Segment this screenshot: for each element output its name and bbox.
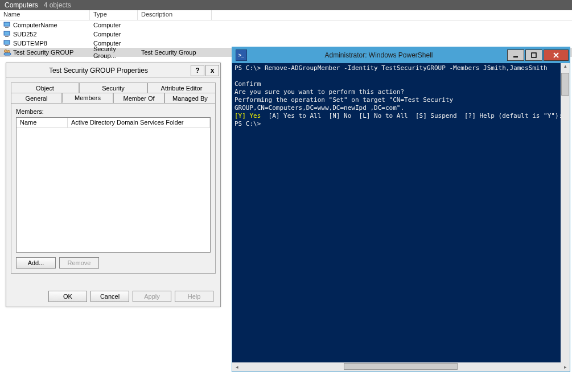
app-title-bar: Computers 4 objects (0, 0, 572, 10)
remove-button: Remove (59, 257, 99, 269)
tab-members[interactable]: Members (62, 93, 113, 103)
svg-rect-4 (4, 40, 10, 44)
scroll-thumb-v[interactable] (561, 73, 569, 96)
dialog-titlebar: Test Security GROUP Properties ? x (6, 63, 220, 78)
members-column-folder[interactable]: Active Directory Domain Services Folder (68, 118, 210, 127)
powershell-window: >_ Administrator: Windows PowerShell PS … (232, 47, 570, 372)
ok-button[interactable]: OK (48, 291, 87, 302)
row-name: SUDTEMP8 (13, 40, 47, 47)
list-header: Name Type Description (0, 10, 572, 20)
cancel-button[interactable]: Cancel (90, 291, 129, 302)
vertical-scrollbar[interactable]: ▴ (561, 63, 570, 362)
add-button[interactable]: Add... (16, 257, 56, 269)
dialog-tabs: ObjectSecurityAttribute Editor GeneralMe… (6, 78, 220, 103)
svg-rect-1 (5, 27, 9, 28)
row-desc: Test Security Group (138, 49, 212, 56)
column-name[interactable]: Name (0, 10, 90, 20)
column-type[interactable]: Type (90, 10, 138, 20)
tab-managed-by[interactable]: Managed By (164, 93, 216, 103)
maximize-button[interactable] (525, 49, 542, 61)
minimize-button[interactable] (507, 49, 524, 61)
scroll-thumb-h[interactable] (344, 363, 458, 370)
scroll-right-arrow[interactable]: ▸ (561, 364, 570, 370)
row-name: ComputerName (13, 22, 57, 28)
powershell-titlebar[interactable]: >_ Administrator: Windows PowerShell (232, 47, 570, 63)
scroll-left-arrow[interactable]: ◂ (232, 364, 241, 370)
object-count: 4 objects (44, 1, 71, 9)
dialog-title: Test Security GROUP Properties (6, 67, 191, 75)
tab-attribute-editor[interactable]: Attribute Editor (147, 82, 216, 93)
members-label: Members: (16, 108, 211, 115)
tab-general[interactable]: General (11, 93, 62, 103)
apply-button: Apply (133, 291, 171, 302)
row-type: Computer (90, 22, 138, 28)
row-name: SUD252 (13, 31, 37, 38)
computer-icon (3, 31, 11, 38)
close-button[interactable] (544, 49, 569, 61)
members-column-name[interactable]: Name (17, 118, 68, 127)
svg-rect-3 (5, 36, 9, 37)
svg-point-6 (5, 50, 7, 53)
svg-rect-5 (5, 45, 9, 46)
computer-icon (3, 40, 11, 47)
powershell-console[interactable]: PS C:\> Remove-ADGroupMember -Identity T… (232, 63, 570, 362)
horizontal-scrollbar[interactable]: ◂ ▸ (232, 362, 570, 372)
tab-security[interactable]: Security (79, 82, 147, 93)
dialog-close-button[interactable]: x (205, 65, 219, 76)
list-row[interactable]: ComputerNameComputer (0, 20, 572, 30)
row-type: Computer (90, 31, 138, 38)
tab-object[interactable]: Object (11, 82, 79, 93)
row-type: Security Group... (90, 46, 138, 59)
svg-rect-8 (4, 53, 11, 55)
dialog-help-button[interactable]: ? (191, 65, 204, 76)
svg-rect-2 (4, 31, 10, 35)
svg-rect-10 (532, 53, 536, 57)
computer-icon (3, 22, 11, 28)
scroll-up-arrow[interactable]: ▴ (561, 63, 570, 72)
group-icon (3, 49, 11, 56)
title-bar-label: Computers (5, 1, 38, 9)
svg-rect-0 (4, 22, 10, 26)
column-description[interactable]: Description (138, 10, 212, 20)
members-listbox[interactable]: Name Active Directory Domain Services Fo… (16, 117, 211, 253)
powershell-title: Administrator: Windows PowerShell (250, 51, 507, 59)
powershell-icon: >_ (236, 49, 247, 61)
tab-content-members: Members: Name Active Directory Domain Se… (11, 103, 216, 274)
tab-member-of[interactable]: Member Of (113, 93, 164, 103)
list-row[interactable]: SUD252Computer (0, 30, 572, 39)
row-name: Test Security GROUP (13, 49, 73, 56)
properties-dialog: Test Security GROUP Properties ? x Objec… (6, 63, 221, 307)
help-button: Help (175, 291, 213, 302)
